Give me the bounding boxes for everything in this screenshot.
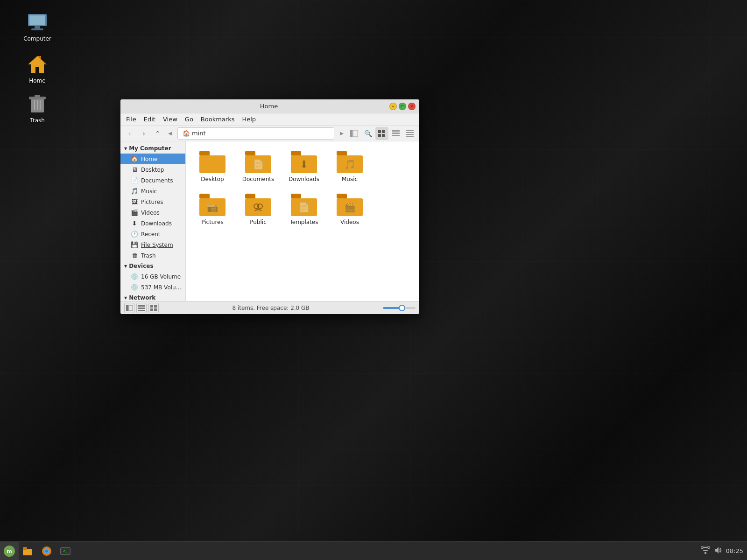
zoom-control [383,307,416,309]
desktop-icon-computer[interactable]: Computer [19,9,56,44]
sidebar-item-videos[interactable]: 🎬 Videos [120,207,185,218]
file-item-videos[interactable]: 🎬 Videos [329,190,371,229]
taskbar: m >_ [0,541,747,560]
pictures-sidebar-icon: 🖼 [131,198,138,205]
file-item-downloads[interactable]: ⬇ Downloads [283,147,325,186]
svg-rect-20 [392,135,400,136]
folder-icon-downloads: ⬇ [291,151,317,173]
statusbar-btn3[interactable] [148,303,159,313]
taskbar-files-button[interactable] [20,543,36,560]
taskbar-terminal-button[interactable]: >_ [57,543,74,560]
section-label-devices: Devices [129,263,153,269]
sidebar-item-home[interactable]: 🏠 Home [120,154,185,164]
videos-sidebar-label: Videos [141,210,160,216]
sidebar-section-devices[interactable]: ▼ Devices [120,261,185,271]
menu-edit[interactable]: Edit [140,115,159,124]
sidebar-item-trash[interactable]: 🗑 Trash [120,250,185,261]
folder-icon-videos: 🎬 [337,194,363,216]
minimize-button[interactable]: – [389,103,397,110]
taskbar-firefox-button[interactable] [38,543,55,560]
maximize-button[interactable]: □ [399,103,406,110]
section-arrow-my-computer: ▼ [124,147,127,151]
statusbar-btn1[interactable] [124,303,134,313]
sidebar-section-network[interactable]: ▼ Network [120,293,185,301]
folder-icon-pictures: 📷 [199,194,226,216]
file-label-videos: Videos [340,219,359,225]
file-item-pictures[interactable]: 📷 Pictures [191,190,233,229]
close-button[interactable]: ✕ [408,103,416,110]
statusbar-btn2[interactable] [136,303,147,313]
file-label-desktop: Desktop [201,176,224,182]
sidebar-item-16gb[interactable]: 💿 16 GB Volume [120,271,185,282]
sidebar-item-recent[interactable]: 🕐 Recent [120,229,185,239]
terminal-icon: >_ [60,547,70,555]
breadcrumb-right-arrow[interactable]: ▶ [337,129,346,138]
forward-button[interactable]: › [137,127,150,140]
toggle-sidebar-button[interactable] [347,127,360,140]
grid-view-button[interactable] [375,127,388,140]
file-label-documents: Documents [242,176,274,182]
sidebar-item-desktop[interactable]: 🖥 Desktop [120,164,185,175]
up-button[interactable]: ⌃ [151,127,164,140]
svg-rect-3 [31,28,43,30]
svg-rect-27 [126,305,128,311]
folder-overlay-public [253,202,264,213]
documents-sidebar-label: Documents [141,177,173,184]
menu-help[interactable]: Help [238,115,260,124]
window-controls: – □ ✕ [389,103,416,110]
sidebar-section-my-computer[interactable]: ▼ My Computer [120,143,185,154]
statusbar-left-buttons [124,303,159,313]
menu-go[interactable]: Go [181,115,197,124]
svg-rect-33 [154,305,157,308]
sidebar-item-music[interactable]: 🎵 Music [120,186,185,196]
compact-view-button[interactable] [403,127,416,140]
file-item-documents[interactable]: 📄 Documents [237,147,279,186]
svg-rect-28 [129,305,133,311]
file-item-music[interactable]: 🎵 Music [329,147,371,186]
file-item-public[interactable]: Public [237,190,279,229]
back-button[interactable]: ‹ [123,127,136,140]
section-label-network: Network [129,294,155,301]
svg-rect-1 [29,15,45,25]
menu-file[interactable]: File [122,115,140,124]
folder-icon-documents: 📄 [245,151,271,173]
toolbar: ‹ › ⌃ ◀ 🏠 mint ▶ 🔍 [120,126,419,141]
downloads-sidebar-label: Downloads [141,220,172,227]
folder-overlay-templates: 📄 [298,202,310,213]
svg-rect-17 [382,134,385,137]
sidebar-item-pictures[interactable]: 🖼 Pictures [120,196,185,207]
file-grid: Desktop 📄 Documents [191,147,414,229]
section-label-my-computer: My Computer [129,145,171,152]
mint-menu-button[interactable]: m [0,542,19,560]
sidebar-item-filesystem[interactable]: 💾 File System [120,239,185,250]
menu-bookmarks[interactable]: Bookmarks [197,115,239,124]
svg-rect-29 [138,305,145,307]
desktop-icon-home[interactable]: Home [19,51,56,86]
list-view-button[interactable] [389,127,402,140]
home-sidebar-label: Home [141,156,157,162]
desktop-icon-trash[interactable]: Trash [19,91,56,126]
sidebar-item-537mb[interactable]: 💿 537 MB Volu... [120,282,185,293]
trash-sidebar-icon: 🗑 [131,252,138,259]
trash-icon-label: Trash [30,117,45,124]
svg-rect-34 [150,308,153,311]
breadcrumb-left-arrow[interactable]: ◀ [165,129,175,138]
sidebar-item-documents[interactable]: 📄 Documents [120,175,185,186]
file-label-templates: Templates [289,219,318,225]
menu-view[interactable]: View [159,115,181,124]
zoom-thumb[interactable] [399,305,405,311]
file-item-desktop[interactable]: Desktop [191,147,233,186]
breadcrumb-home[interactable]: 🏠 mint [180,129,209,138]
volume-16gb-label: 16 GB Volume [141,273,181,280]
file-item-templates[interactable]: 📄 Templates [283,190,325,229]
svg-rect-24 [406,136,414,137]
desktop-sidebar-label: Desktop [141,167,164,173]
menubar: File Edit View Go Bookmarks Help [120,113,419,126]
volume-537mb-icon: 💿 [131,284,138,291]
sidebar-item-downloads[interactable]: ⬇ Downloads [120,218,185,229]
folder-icon-public [245,194,271,216]
search-button[interactable]: 🔍 [361,127,374,140]
documents-sidebar-icon: 📄 [131,177,138,184]
folder-icon-music: 🎵 [337,151,363,173]
zoom-slider[interactable] [383,307,416,309]
